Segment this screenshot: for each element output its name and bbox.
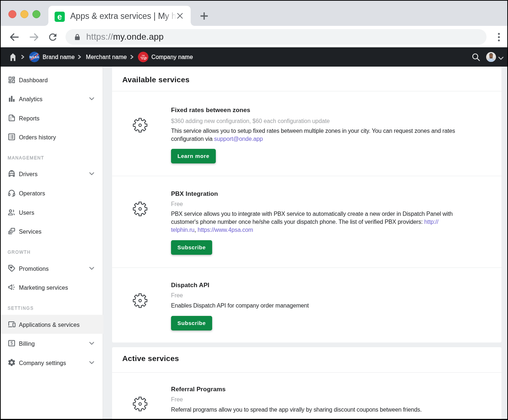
svg-text:FACE: FACE bbox=[141, 58, 145, 60]
svg-text:$: $ bbox=[11, 341, 13, 346]
svg-text:NASA: NASA bbox=[29, 55, 39, 59]
svg-text:e: e bbox=[57, 12, 62, 21]
